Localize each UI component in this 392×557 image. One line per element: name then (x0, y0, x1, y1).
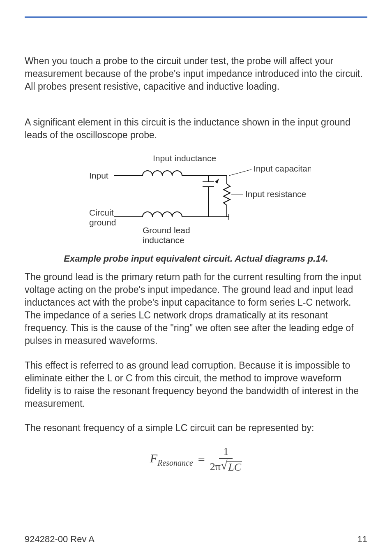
header-rule (25, 16, 367, 18)
page-footer: 924282-00 Rev A 11 (25, 534, 367, 545)
formula-LC: LC (227, 461, 242, 473)
figure-caption: Example probe input equivalent circuit. … (25, 253, 367, 264)
doc-id: 924282-00 Rev A (25, 534, 95, 545)
circuit-diagram: Input inductance Input Input capacitance… (25, 153, 367, 248)
label-input-resistance: Input resistance (245, 189, 306, 199)
label-inductance: inductance (143, 235, 184, 245)
paragraph-1: When you touch a probe to the circuit un… (25, 55, 367, 93)
label-input-capacitance: Input capacitance (254, 164, 311, 173)
label-input: Input (89, 171, 108, 180)
resonance-formula: FResonance = 1 2π √ LC (25, 446, 367, 473)
paragraph-4: This effect is referred to as ground lea… (25, 359, 367, 410)
svg-marker-7 (215, 179, 219, 183)
label-ground: ground (89, 218, 116, 227)
paragraph-2: A significant element in this circuit is… (25, 116, 367, 142)
paragraph-5: The resonant frequency of a simple LC ci… (25, 422, 367, 434)
formula-F: F (150, 451, 157, 465)
page-number: 11 (357, 534, 367, 545)
svg-line-2 (229, 169, 251, 176)
formula-numerator: 1 (219, 446, 233, 460)
circuit-svg: Input inductance Input Input capacitance… (81, 153, 311, 248)
label-circuit: Circuit (89, 208, 114, 217)
label-input-inductance: Input inductance (153, 153, 216, 163)
formula-sub: Resonance (157, 458, 193, 467)
paragraph-3: The ground lead is the primary return pa… (25, 271, 367, 347)
label-ground-lead: Ground lead (143, 225, 190, 235)
formula-2pi: 2π (210, 461, 221, 473)
formula-equals: = (198, 453, 205, 466)
